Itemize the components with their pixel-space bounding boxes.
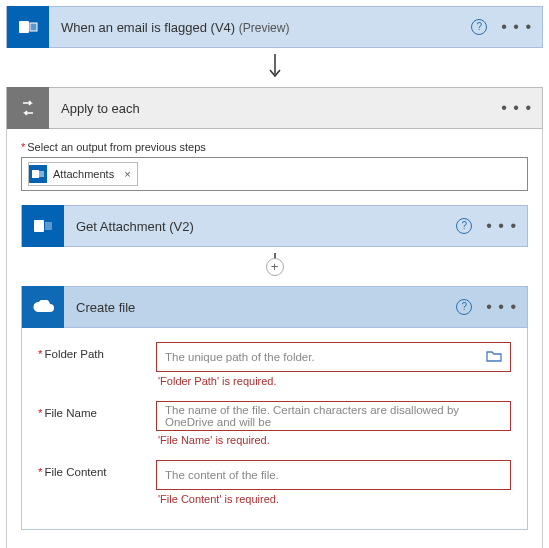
svg-rect-1	[30, 23, 37, 31]
svg-rect-6	[34, 220, 44, 232]
svg-rect-4	[32, 170, 39, 178]
outlook-icon	[29, 165, 47, 183]
folder-path-error: 'Folder Path' is required.	[158, 375, 511, 387]
output-input[interactable]: Attachments ×	[21, 157, 528, 191]
folder-path-label: *Folder Path	[38, 342, 156, 360]
more-icon[interactable]: • • •	[501, 22, 532, 32]
add-action-button[interactable]: Add an action	[21, 530, 528, 548]
file-content-label-text: File Content	[44, 466, 106, 478]
get-attachment-title: Get Attachment (V2)	[64, 219, 456, 234]
arrow-connector	[6, 48, 543, 87]
get-attachment-card[interactable]: Get Attachment (V2) ? • • •	[21, 205, 528, 247]
file-name-label: *File Name	[38, 401, 156, 419]
folder-path-input[interactable]: The unique path of the folder.	[156, 342, 511, 372]
file-content-label: *File Content	[38, 460, 156, 478]
svg-rect-7	[45, 222, 52, 230]
more-icon[interactable]: • • •	[501, 103, 532, 113]
outlook-icon	[7, 6, 49, 48]
required-marker: *	[21, 141, 25, 153]
onedrive-icon	[22, 286, 64, 328]
create-file-title: Create file	[64, 300, 456, 315]
help-icon[interactable]: ?	[471, 19, 487, 35]
attachments-token[interactable]: Attachments ×	[28, 162, 138, 186]
create-file-body: *Folder Path The unique path of the fold…	[21, 328, 528, 530]
help-icon[interactable]: ?	[456, 218, 472, 234]
folder-picker-icon[interactable]	[486, 350, 502, 364]
file-name-input[interactable]: The name of the file. Certain characters…	[156, 401, 511, 431]
outlook-icon	[22, 205, 64, 247]
output-label: *Select an output from previous steps	[21, 141, 528, 153]
trigger-title-text: When an email is flagged (V4)	[61, 20, 235, 35]
arrow-connector: +	[21, 247, 528, 286]
trigger-title: When an email is flagged (V4) (Preview)	[49, 20, 471, 35]
file-content-input[interactable]: The content of the file.	[156, 460, 511, 490]
more-icon[interactable]: • • •	[486, 221, 517, 231]
help-icon[interactable]: ?	[456, 299, 472, 315]
loop-icon	[7, 87, 49, 129]
file-content-error: 'File Content' is required.	[158, 493, 511, 505]
trigger-badge: (Preview)	[239, 21, 290, 35]
token-remove[interactable]: ×	[124, 168, 130, 180]
insert-step-button[interactable]: +	[266, 258, 284, 276]
foreach-header[interactable]: Apply to each • • •	[6, 87, 543, 129]
folder-path-label-text: Folder Path	[44, 348, 103, 360]
create-file-header[interactable]: Create file ? • • •	[21, 286, 528, 328]
foreach-body: *Select an output from previous steps At…	[6, 129, 543, 548]
folder-path-placeholder: The unique path of the folder.	[165, 351, 315, 363]
trigger-card[interactable]: When an email is flagged (V4) (Preview) …	[6, 6, 543, 48]
more-icon[interactable]: • • •	[486, 302, 517, 312]
output-label-text: Select an output from previous steps	[27, 141, 206, 153]
file-content-placeholder: The content of the file.	[165, 469, 279, 481]
foreach-title: Apply to each	[49, 101, 501, 116]
file-name-placeholder: The name of the file. Certain characters…	[165, 404, 502, 428]
file-name-error: 'File Name' is required.	[158, 434, 511, 446]
token-label: Attachments	[53, 168, 114, 180]
svg-rect-5	[39, 171, 44, 177]
svg-rect-0	[19, 21, 29, 33]
file-name-label-text: File Name	[44, 407, 96, 419]
